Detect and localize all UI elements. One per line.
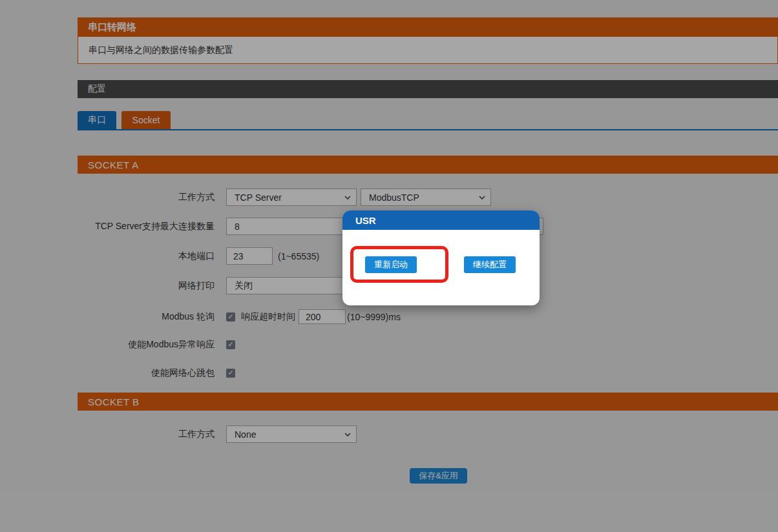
usr-dialog-header: USR <box>342 210 540 230</box>
restart-button[interactable]: 重新启动 <box>365 256 417 273</box>
restart-button-label: 重新启动 <box>374 259 408 271</box>
usr-dialog: USR 重新启动 继续配置 <box>342 210 540 305</box>
continue-config-button[interactable]: 继续配置 <box>464 256 516 273</box>
continue-config-button-label: 继续配置 <box>473 259 507 271</box>
usr-dialog-title: USR <box>355 215 376 226</box>
serial-to-network-page: 串口转网络 串口与网络之间的数据传输参数配置 配置 串口 Socket SOCK… <box>0 0 778 532</box>
